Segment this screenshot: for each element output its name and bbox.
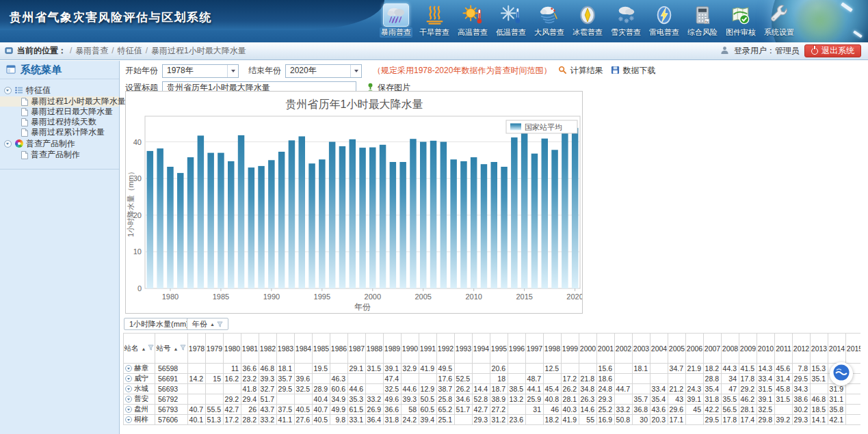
value-cell bbox=[615, 374, 633, 384]
measure-chip[interactable]: 1小时降水量(mm) bbox=[124, 318, 194, 330]
col-header-year[interactable]: 2012 bbox=[793, 334, 811, 364]
collapse-icon[interactable] bbox=[4, 140, 12, 148]
col-header-year[interactable]: 1989 bbox=[384, 334, 402, 364]
col-header-year[interactable]: 2014 bbox=[828, 334, 846, 364]
value-cell: 13.2 bbox=[508, 394, 526, 405]
value-cell: 24.8 bbox=[597, 384, 615, 394]
col-header-year[interactable]: 2010 bbox=[757, 334, 775, 364]
filter-icon[interactable] bbox=[217, 321, 223, 327]
nav-item-composite-risk[interactable]: fx综合风险 bbox=[683, 2, 722, 38]
col-header-year[interactable]: 2000 bbox=[579, 334, 597, 364]
wind-cloud-icon bbox=[536, 3, 562, 27]
tree-item[interactable]: 暴雨过程累计降水量 bbox=[0, 127, 119, 137]
col-header-year[interactable]: 2001 bbox=[597, 334, 615, 364]
col-header-year[interactable]: 1988 bbox=[366, 334, 384, 364]
value-cell: 31.5 bbox=[366, 364, 384, 374]
col-header-year[interactable]: 2004 bbox=[650, 334, 668, 364]
col-header-year[interactable]: 1982 bbox=[259, 334, 277, 364]
floating-tool-button[interactable] bbox=[830, 362, 853, 385]
breadcrumb-segment[interactable]: 暴雨过程1小时最大降水量 bbox=[151, 46, 246, 55]
expand-icon[interactable] bbox=[125, 365, 132, 372]
col-header-year[interactable]: 2005 bbox=[668, 334, 686, 364]
station-id-cell: 57606 bbox=[155, 415, 188, 425]
col-header-year[interactable]: 1984 bbox=[295, 334, 313, 364]
nav-item-rainstorm[interactable]: 暴雨普查 bbox=[377, 2, 415, 38]
nav-item-high-temp[interactable]: 高温普查 bbox=[453, 2, 492, 38]
filter-icon[interactable] bbox=[148, 344, 154, 351]
start-year-select[interactable]: 1978年 bbox=[162, 64, 239, 78]
data-download-button[interactable]: 数据下载 bbox=[611, 65, 655, 77]
col-header-year[interactable]: 1998 bbox=[544, 334, 562, 364]
nav-item-lightning[interactable]: 雷电普查 bbox=[645, 2, 683, 38]
value-cell: 33.4 bbox=[650, 384, 668, 394]
nav-item-snow[interactable]: 雪灾普查 bbox=[607, 2, 645, 38]
value-cell: 45.6 bbox=[775, 364, 793, 374]
value-cell: 45.4 bbox=[544, 384, 562, 394]
col-header-year[interactable]: 1987 bbox=[348, 334, 366, 364]
value-cell: 14.4 bbox=[473, 384, 490, 394]
col-header-year[interactable]: 2007 bbox=[704, 334, 722, 364]
tree-item[interactable]: 暴雨过程1小时最大降水量 bbox=[0, 96, 119, 107]
value-cell bbox=[402, 374, 419, 384]
col-header-station-name[interactable]: 站名▲ bbox=[124, 334, 155, 364]
value-cell: 29.3 bbox=[473, 415, 490, 425]
col-header-year[interactable]: 2002 bbox=[615, 334, 633, 364]
col-header-year[interactable]: 1996 bbox=[508, 334, 526, 364]
col-header-year[interactable]: 1994 bbox=[473, 334, 490, 364]
logout-button[interactable]: 退出系统 bbox=[804, 44, 861, 57]
value-cell bbox=[846, 384, 861, 394]
expand-icon[interactable] bbox=[125, 396, 132, 403]
expand-icon[interactable] bbox=[125, 406, 132, 413]
nav-item-wind[interactable]: 大风普查 bbox=[530, 2, 568, 38]
col-header-year[interactable]: 2013 bbox=[811, 334, 828, 364]
breadcrumb-segment[interactable]: 暴雨普查 bbox=[75, 46, 108, 55]
col-header-year[interactable]: 2009 bbox=[739, 334, 757, 364]
power-icon bbox=[811, 48, 818, 55]
col-header-station-id[interactable]: 站号▲ bbox=[155, 334, 188, 364]
year-field-chip[interactable]: 年份▲ bbox=[187, 318, 228, 330]
nav-item-settings[interactable]: 系统设置 bbox=[760, 2, 798, 38]
col-header-year[interactable]: 1990 bbox=[402, 334, 419, 364]
nav-item-hail[interactable]: 冰雹普查 bbox=[568, 2, 607, 38]
col-header-year[interactable]: 1981 bbox=[241, 334, 259, 364]
calculate-button[interactable]: 计算结果 bbox=[558, 65, 603, 77]
tree-group-0[interactable]: 特征值 bbox=[0, 85, 119, 96]
collapse-icon[interactable] bbox=[4, 87, 12, 94]
col-header-year[interactable]: 1993 bbox=[455, 334, 473, 364]
col-header-year[interactable]: 1979 bbox=[206, 334, 224, 364]
nav-item-map-review[interactable]: 图件审核 bbox=[722, 2, 760, 38]
value-cell bbox=[206, 364, 224, 374]
end-year-select[interactable]: 2020年 bbox=[285, 64, 362, 78]
filter-icon[interactable] bbox=[180, 344, 186, 351]
value-cell bbox=[366, 384, 384, 394]
value-cell: 18.2 bbox=[544, 415, 562, 425]
expand-icon[interactable] bbox=[125, 416, 132, 423]
expand-icon[interactable] bbox=[125, 385, 132, 392]
value-cell: 31 bbox=[526, 405, 544, 415]
col-header-year[interactable]: 1991 bbox=[419, 334, 437, 364]
value-cell bbox=[455, 364, 473, 374]
col-header-year[interactable]: 1985 bbox=[313, 334, 330, 364]
col-header-year[interactable]: 1980 bbox=[224, 334, 241, 364]
col-header-year[interactable]: 1986 bbox=[330, 334, 348, 364]
col-header-year[interactable]: 1992 bbox=[437, 334, 455, 364]
tree-group-1[interactable]: 普查产品制作 bbox=[0, 138, 119, 149]
col-header-year[interactable]: 2015 bbox=[846, 334, 861, 364]
col-header-year[interactable]: 1983 bbox=[277, 334, 295, 364]
tree-item[interactable]: 普查产品制作 bbox=[0, 150, 119, 160]
col-header-year[interactable]: 2006 bbox=[686, 334, 704, 364]
expand-icon[interactable] bbox=[125, 375, 132, 382]
nav-item-drought[interactable]: 干旱普查 bbox=[415, 2, 453, 38]
col-header-year[interactable]: 1999 bbox=[562, 334, 579, 364]
snow-cloud-icon bbox=[613, 3, 639, 27]
col-header-year[interactable]: 2003 bbox=[633, 334, 650, 364]
nav-item-low-temp[interactable]: 低温普查 bbox=[492, 2, 530, 38]
tree-item[interactable]: 暴雨过程日最大降水量 bbox=[0, 107, 119, 117]
col-header-year[interactable]: 1997 bbox=[526, 334, 544, 364]
col-header-year[interactable]: 1978 bbox=[188, 334, 206, 364]
col-header-year[interactable]: 1995 bbox=[490, 334, 508, 364]
col-header-year[interactable]: 2011 bbox=[775, 334, 793, 364]
col-header-year[interactable]: 2008 bbox=[722, 334, 739, 364]
breadcrumb-segment[interactable]: 特征值 bbox=[118, 46, 142, 55]
tree-item[interactable]: 暴雨过程持续天数 bbox=[0, 117, 119, 127]
